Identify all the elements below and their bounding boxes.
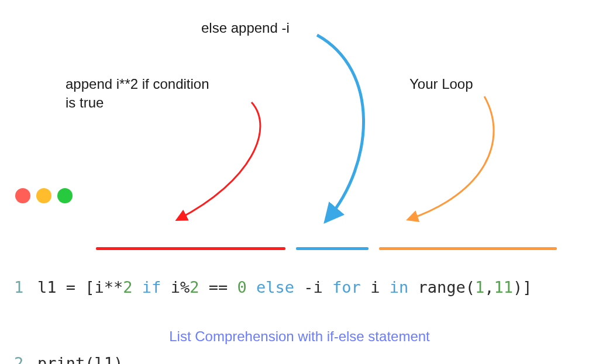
diagram-caption: List Comprehension with if-else statemen…: [0, 328, 599, 345]
arrow-blue-curve: [317, 35, 364, 219]
dot-green: [57, 188, 73, 203]
line-number: 2: [12, 351, 37, 364]
underline-if-condition: [96, 247, 285, 250]
arrow-red-curve: [178, 102, 260, 219]
line-number: 1: [12, 275, 37, 300]
code-content-2: print(l1): [37, 351, 123, 364]
annotation-else-branch: else append -i: [201, 19, 290, 37]
code-line-2: 2print(l1): [12, 351, 532, 364]
underline-loop: [379, 247, 557, 250]
code-line-1: 1l1 = [i**2 if i%2 == 0 else -i for i in…: [12, 275, 532, 300]
underline-else-branch: [296, 247, 369, 250]
dot-red: [15, 188, 30, 203]
arrow-orange-curve: [409, 96, 494, 219]
dot-yellow: [36, 188, 51, 203]
code-content-1: l1 = [i**2 if i%2 == 0 else -i for i in …: [37, 275, 532, 300]
annotation-if-branch: append i**2 if condition is true: [66, 75, 209, 113]
traffic-light-dots: [15, 188, 73, 203]
annotation-loop: Your Loop: [409, 75, 473, 93]
annotation-if-branch-line2: is true: [66, 95, 104, 110]
annotation-if-branch-line1: append i**2 if condition: [66, 76, 209, 92]
